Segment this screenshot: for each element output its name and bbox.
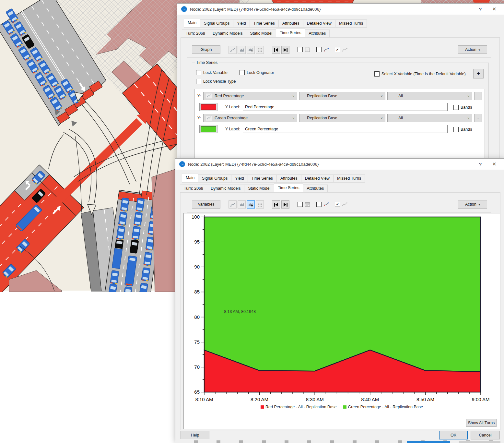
chevron-down-icon: ∨ bbox=[292, 116, 295, 120]
calendar-checkbox[interactable] bbox=[298, 47, 303, 52]
tab-turn-2068[interactable]: Turn: 2068 bbox=[180, 185, 207, 193]
grid-icon[interactable] bbox=[256, 200, 264, 209]
chevron-down-icon: ∨ bbox=[292, 94, 295, 98]
action-button[interactable]: Action ▾ bbox=[458, 45, 487, 54]
calendar-toggle[interactable] bbox=[298, 47, 310, 52]
remove-row-button[interactable]: - bbox=[474, 92, 482, 100]
outer-tab-bar: Main Signal Groups Yield Time Series Att… bbox=[184, 18, 367, 28]
title-bar[interactable]: .n Node: 2062 (Layer: MED) {74fd447e-5c9… bbox=[175, 159, 504, 170]
lock-variable-row[interactable]: Lock Variable bbox=[196, 70, 228, 75]
origin-dropdown-red[interactable]: Replication Base ∨ bbox=[299, 92, 385, 100]
lock-variable-checkbox[interactable] bbox=[196, 70, 201, 75]
tab-static-model[interactable]: Static Model bbox=[246, 30, 276, 38]
close-icon[interactable]: ✕ bbox=[489, 161, 500, 167]
app-icon: .n bbox=[181, 6, 187, 12]
svg-text:8:20 AM: 8:20 AM bbox=[251, 397, 268, 402]
tab-time-series[interactable]: Time Series bbox=[250, 19, 279, 28]
variable-dropdown-red[interactable]: Red Percentage ∨ bbox=[203, 92, 297, 100]
close-icon[interactable]: ✕ bbox=[489, 6, 500, 12]
y-label-input-red[interactable] bbox=[243, 103, 448, 111]
chart-legend: Red Percentage - All - Replication Base … bbox=[184, 405, 500, 409]
tab-dynamic-models[interactable]: Dynamic Models bbox=[209, 30, 246, 38]
tab-inner-time-series[interactable]: Time Series bbox=[276, 28, 305, 38]
tab-attributes[interactable]: Attributes bbox=[278, 19, 303, 28]
aggregation-dropdown-green[interactable]: All ∨ bbox=[387, 114, 472, 122]
tab-detailed-view[interactable]: Detailed View bbox=[303, 19, 335, 28]
ok-button[interactable]: OK bbox=[439, 431, 468, 439]
variable-dropdown-green[interactable]: Green Percentage ∨ bbox=[203, 114, 297, 122]
bands-checkbox-red[interactable] bbox=[453, 105, 459, 110]
tab-turn-2068[interactable]: Turn: 2068 bbox=[182, 30, 209, 38]
skip-to-start-icon[interactable] bbox=[272, 46, 280, 54]
lock-originator-row[interactable]: Lock Originator bbox=[240, 70, 274, 75]
y-label-input-green[interactable] bbox=[243, 125, 448, 133]
tab-main[interactable]: Main bbox=[182, 173, 198, 183]
groupbox-label: Time Series bbox=[195, 60, 219, 65]
lock-vehicle-type-checkbox[interactable] bbox=[196, 79, 201, 84]
tab-static-model[interactable]: Static Model bbox=[244, 185, 274, 193]
add-x-variable-button[interactable]: + bbox=[473, 69, 484, 78]
lock-vehicle-type-row[interactable]: Lock Vehicle Type bbox=[196, 79, 236, 84]
skip-to-end-icon[interactable] bbox=[281, 46, 289, 54]
help-icon[interactable]: ? bbox=[475, 162, 486, 167]
series-checkbox[interactable] bbox=[316, 202, 322, 207]
help-icon[interactable]: ? bbox=[475, 6, 486, 12]
skip-to-end-icon[interactable] bbox=[281, 200, 289, 209]
tab-missed-turns[interactable]: Missed Turns bbox=[333, 174, 365, 183]
inner-tab-bar: Turn: 2068 Dynamic Models Static Model T… bbox=[180, 184, 328, 193]
area-chart-icon[interactable] bbox=[238, 200, 246, 209]
tab-detailed-view[interactable]: Detailed View bbox=[301, 174, 334, 183]
series-toggle[interactable] bbox=[316, 202, 329, 207]
bands-row-red[interactable]: Bands bbox=[453, 105, 472, 110]
aggregate-checkbox[interactable]: ✓ bbox=[335, 47, 340, 52]
series-toggle[interactable] bbox=[316, 47, 329, 52]
tab-yield[interactable]: Yield bbox=[231, 174, 248, 183]
tab-yield[interactable]: Yield bbox=[233, 19, 250, 28]
tab-inner-time-series[interactable]: Time Series bbox=[274, 183, 303, 193]
chevron-down-icon: ∨ bbox=[381, 116, 383, 120]
aggregate-toggle[interactable]: ✓ bbox=[335, 47, 348, 52]
calendar-checkbox[interactable] bbox=[298, 202, 303, 207]
remove-row-button[interactable]: - bbox=[474, 114, 482, 122]
action-button[interactable]: Action ▾ bbox=[458, 200, 487, 209]
svg-text:80: 80 bbox=[194, 314, 200, 320]
skip-to-start-icon[interactable] bbox=[272, 200, 280, 209]
grid-icon[interactable] bbox=[256, 46, 264, 54]
select-x-variable-checkbox[interactable] bbox=[374, 71, 380, 77]
bands-checkbox-green[interactable] bbox=[453, 127, 459, 132]
tab-time-series[interactable]: Time Series bbox=[248, 174, 277, 183]
variables-button[interactable]: Variables bbox=[192, 200, 220, 209]
bands-row-green[interactable]: Bands bbox=[453, 127, 472, 132]
calendar-toggle[interactable] bbox=[298, 202, 310, 207]
area-chart-icon[interactable] bbox=[238, 46, 246, 54]
series-color-swatch-green[interactable] bbox=[199, 125, 217, 133]
tab-signal-groups[interactable]: Signal Groups bbox=[200, 19, 233, 28]
select-x-variable-row[interactable]: Select X Variable (Time Is the Default V… bbox=[374, 71, 466, 77]
add-area-chart-icon[interactable] bbox=[247, 200, 255, 209]
aggregate-checkbox[interactable]: ✓ bbox=[335, 202, 340, 207]
tab-signal-groups[interactable]: Signal Groups bbox=[198, 174, 231, 183]
svg-text:8:13 AM, 80.1948: 8:13 AM, 80.1948 bbox=[224, 309, 256, 314]
tab-inner-attributes[interactable]: Attributes bbox=[303, 185, 328, 193]
origin-dropdown-green[interactable]: Replication Base ∨ bbox=[299, 114, 385, 122]
graph-button[interactable]: Graph bbox=[192, 45, 220, 54]
line-chart-icon[interactable] bbox=[229, 200, 237, 209]
series-color-swatch-red[interactable] bbox=[199, 103, 217, 111]
tab-missed-turns[interactable]: Missed Turns bbox=[335, 19, 367, 28]
svg-text:95: 95 bbox=[194, 239, 200, 245]
aggregation-dropdown-red[interactable]: All ∨ bbox=[387, 92, 472, 100]
aggregate-toggle[interactable]: ✓ bbox=[335, 202, 348, 207]
tab-main[interactable]: Main bbox=[184, 18, 200, 28]
help-button[interactable]: Help bbox=[181, 431, 209, 439]
line-chart-icon[interactable] bbox=[229, 46, 237, 54]
cancel-button[interactable]: Cancel bbox=[471, 431, 500, 439]
tab-attributes[interactable]: Attributes bbox=[276, 174, 301, 183]
time-series-chart-panel[interactable]: 657075808590951008:10 AM8:20 AM8:30 AM8:… bbox=[183, 213, 500, 429]
add-area-chart-icon[interactable] bbox=[247, 46, 255, 54]
tab-dynamic-models[interactable]: Dynamic Models bbox=[207, 185, 244, 193]
series-checkbox[interactable] bbox=[316, 47, 322, 52]
lock-originator-checkbox[interactable] bbox=[240, 70, 245, 75]
tab-inner-attributes[interactable]: Attributes bbox=[305, 30, 330, 38]
show-all-turns-button[interactable]: Show All Turns bbox=[466, 419, 497, 427]
title-bar[interactable]: .n Node: 2062 (Layer: MED) {74fd447e-5c9… bbox=[177, 4, 504, 15]
